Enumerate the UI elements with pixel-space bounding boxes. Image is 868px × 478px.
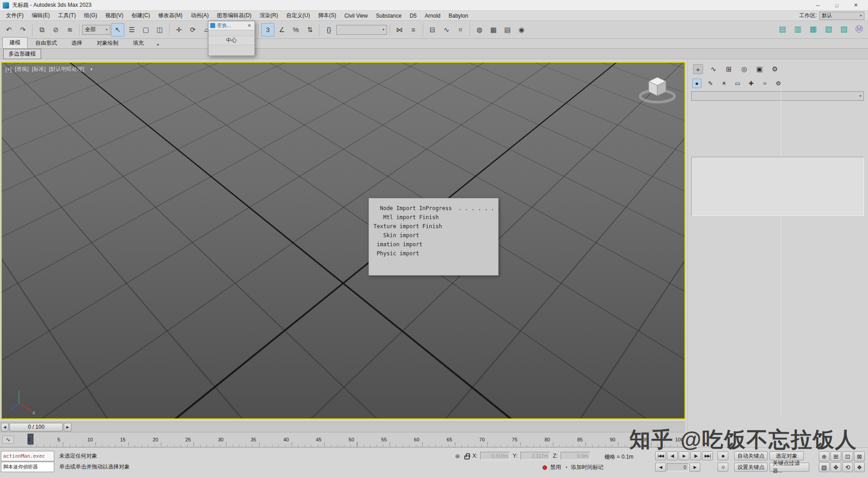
transform-floating-dialog[interactable]: 变换... ✕ 中心 <box>208 21 255 56</box>
redo-icon[interactable]: ↷ <box>16 23 29 37</box>
named-selection-sets-dropdown[interactable]: ▾ <box>336 25 387 35</box>
bind-to-space-warp-icon[interactable]: ≋ <box>63 23 76 37</box>
create-tab-icon[interactable]: + <box>693 64 703 74</box>
minimize-button[interactable]: ─ <box>808 0 827 10</box>
current-frame-field[interactable]: 0 <box>667 463 689 471</box>
menu-d5[interactable]: D5 <box>406 12 420 20</box>
selection-filter-dropdown[interactable]: 全部 ▾ <box>82 25 110 35</box>
material-editor-icon[interactable]: ◍ <box>473 23 486 37</box>
select-by-name-icon[interactable]: ☰ <box>125 23 138 37</box>
ribbon-collapse-icon[interactable]: ▾ <box>154 41 162 48</box>
display-tab-icon[interactable]: ▣ <box>755 64 764 74</box>
y-coordinate-field[interactable]: 2.117m <box>520 452 550 460</box>
helpers-category-icon[interactable]: ✚ <box>746 79 756 88</box>
x-coordinate-field[interactable]: 0.319m <box>480 452 510 460</box>
set-key-icon[interactable]: ⊙ <box>717 463 728 472</box>
systems-category-icon[interactable]: ⚙ <box>774 79 783 88</box>
max-apps-icon[interactable]: Ⓜ <box>853 23 865 35</box>
cameras-category-icon[interactable]: ▭ <box>733 79 742 88</box>
maximize-viewport-icon[interactable]: ❖ <box>854 462 865 472</box>
schematic-view-icon[interactable]: ⌗ <box>454 23 467 37</box>
modify-tab-icon[interactable]: ∿ <box>708 64 718 74</box>
toggle-layer-explorer-icon[interactable]: ⊟ <box>426 23 439 37</box>
menu-arnold[interactable]: Arnold <box>421 12 445 20</box>
render-setup-icon[interactable]: ▦ <box>487 23 500 37</box>
tab-populate[interactable]: 填充 <box>126 38 151 48</box>
geometry-category-icon[interactable]: ● <box>692 79 702 88</box>
hierarchy-tab-icon[interactable]: ⊞ <box>724 64 734 74</box>
track-bar[interactable]: ∿ 0 5 10 15 20 25 30 35 40 45 50 55 60 6… <box>0 432 685 447</box>
pan-icon[interactable]: ✥ <box>830 462 841 472</box>
select-and-move-icon[interactable]: ✛ <box>172 23 185 37</box>
lights-category-icon[interactable]: ☀ <box>719 79 729 88</box>
toggle-projects-icon[interactable]: ▨ <box>838 23 850 35</box>
dialog-center-item[interactable]: 中心 <box>208 36 255 45</box>
zoom-region-icon[interactable]: ▧ <box>819 462 830 472</box>
time-slider-thumb[interactable]: 0 / 100 <box>9 423 63 431</box>
maximize-button[interactable]: □ <box>827 0 846 10</box>
viewport-menu-general[interactable]: [+] <box>5 66 12 73</box>
tab-freeform[interactable]: 自由形式 <box>28 38 64 48</box>
percent-snap-icon[interactable]: % <box>289 23 302 37</box>
rendered-frame-window-icon[interactable]: ▤ <box>501 23 514 37</box>
menu-babylon[interactable]: Babylon <box>444 12 472 20</box>
snaps-toggle-icon[interactable]: 3 <box>261 23 274 37</box>
motion-tab-icon[interactable]: ◎ <box>739 64 749 74</box>
time-slider-left-arrow[interactable]: ◀ <box>1 423 9 431</box>
select-and-rotate-icon[interactable]: ⟳ <box>186 23 199 37</box>
menu-views[interactable]: 视图(V) <box>101 11 127 20</box>
tab-object-paint[interactable]: 对象绘制 <box>90 38 125 48</box>
selection-lock-icon[interactable] <box>464 455 470 459</box>
undo-icon[interactable]: ↶ <box>2 23 15 37</box>
menu-scripting[interactable]: 脚本(S) <box>314 11 340 20</box>
select-and-link-icon[interactable]: ⧉ <box>35 23 48 37</box>
viewport-menu-pov[interactable]: [透视] <box>15 66 29 73</box>
viewport[interactable]: [+] [透视] [标准] [默认明暗处理] ▼ Node Import InP… <box>1 62 685 419</box>
polygon-modeling-panel-button[interactable]: 多边形建模 <box>3 49 41 59</box>
window-crossing-icon[interactable]: ◫ <box>153 23 166 37</box>
viewport-menu-standard[interactable]: [标准] <box>32 66 46 73</box>
menu-modifiers[interactable]: 修改器(M) <box>154 11 187 20</box>
view-cube[interactable] <box>637 70 678 108</box>
time-slider-right-arrow[interactable]: ▶ <box>64 423 71 431</box>
isolate-selection-icon[interactable]: ⊛ <box>453 452 462 460</box>
previous-key-button[interactable]: ◀ <box>655 463 666 472</box>
menu-customize[interactable]: 自定义(U) <box>282 11 314 20</box>
tab-modeling[interactable]: 建模 <box>2 37 28 48</box>
menu-substance[interactable]: Substance <box>372 12 406 20</box>
utilities-tab-icon[interactable]: ⚙ <box>770 64 780 74</box>
shapes-category-icon[interactable]: ✎ <box>706 79 715 88</box>
next-key-button[interactable]: ▶ <box>689 463 700 472</box>
rectangular-selection-region-icon[interactable]: ▢ <box>139 23 152 37</box>
menu-civil-view[interactable]: Civil View <box>340 12 372 20</box>
object-type-dropdown[interactable]: ▾ <box>691 91 864 101</box>
workspace-dropdown[interactable]: 默认 ▾ <box>819 12 864 20</box>
dialog-close-icon[interactable]: ✕ <box>246 23 253 28</box>
render-production-icon[interactable]: ◉ <box>515 23 528 37</box>
menu-file[interactable]: 文件(F) <box>2 11 28 20</box>
menu-edit[interactable]: 编辑(E) <box>28 11 54 20</box>
toggle-layer-explorer-panel-icon[interactable]: ▥ <box>792 23 804 35</box>
edit-named-selection-sets-icon[interactable]: {} <box>322 23 335 37</box>
select-object-icon[interactable]: ↖ <box>111 23 124 37</box>
space-warps-category-icon[interactable]: ≈ <box>760 79 769 88</box>
viewport-menu-shading[interactable]: [默认明暗处理] <box>49 66 85 73</box>
angle-snap-icon[interactable]: ∠ <box>275 23 288 37</box>
toggle-ribbon-icon[interactable]: ▦ <box>807 23 819 35</box>
unlink-selection-icon[interactable]: ⊘ <box>49 23 62 37</box>
z-coordinate-field[interactable]: 0.0m <box>561 452 590 460</box>
menu-animation[interactable]: 动画(A) <box>187 11 213 20</box>
menu-tools[interactable]: 工具(T) <box>54 11 80 20</box>
set-key-button[interactable]: 设置关键点 <box>734 463 768 472</box>
close-button[interactable]: ✕ <box>846 0 865 10</box>
mirror-icon[interactable]: ⋈ <box>393 23 406 37</box>
mini-curve-editor-icon[interactable]: ∿ <box>2 436 14 444</box>
menu-group[interactable]: 组(G) <box>80 11 101 20</box>
key-filters-button[interactable]: 关键点过滤器... <box>769 463 809 472</box>
tab-selection[interactable]: 选择 <box>65 38 89 48</box>
spinner-snap-icon[interactable]: ⇅ <box>303 23 316 37</box>
maxscript-macro-line[interactable]: actionMan.exec <box>1 451 54 461</box>
maxscript-mini-listener[interactable]: 脚本迷你侦听器 <box>1 462 54 472</box>
menu-rendering[interactable]: 渲染(R) <box>255 11 282 20</box>
curve-editor-icon[interactable]: ∿ <box>440 23 453 37</box>
